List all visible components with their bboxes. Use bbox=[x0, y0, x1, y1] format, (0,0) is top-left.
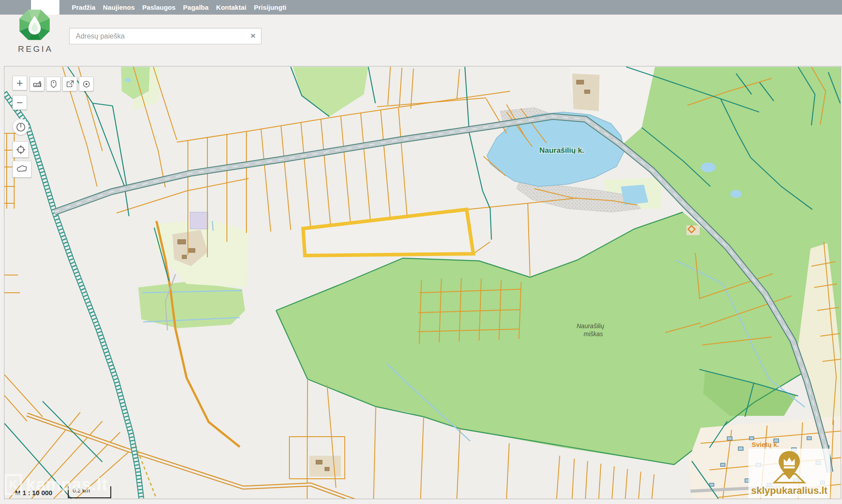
brand-name: REGIA bbox=[15, 44, 56, 54]
address-search: × bbox=[69, 28, 261, 44]
minus-icon: − bbox=[16, 97, 23, 108]
clock-icon bbox=[16, 122, 26, 132]
lake-village-label: Naurašilių k. bbox=[539, 146, 584, 155]
locate-point-button[interactable] bbox=[79, 77, 94, 91]
forest-label-line1: Naurašilių bbox=[577, 322, 604, 330]
zoom-in-button[interactable]: + bbox=[12, 76, 27, 90]
measure-button[interactable] bbox=[30, 77, 44, 91]
lithuania-extent-button[interactable] bbox=[12, 161, 31, 178]
lithuania-outline-icon bbox=[16, 164, 28, 174]
se-village-label: Svietų k. bbox=[752, 441, 779, 448]
target-dot-icon bbox=[82, 80, 91, 89]
main-nav-menu: Pradžia Naujienos Paslaugos Pagalba Kont… bbox=[72, 0, 286, 15]
clear-search-icon[interactable]: × bbox=[249, 31, 257, 40]
scale-bar-label: 0.2 km bbox=[73, 487, 90, 494]
nav-item-prisijungti[interactable]: Prisijungti bbox=[254, 4, 286, 11]
map-canvas[interactable]: Naurašilių k. Naurašilių miškas Svietų k… bbox=[4, 66, 841, 499]
history-clock-button[interactable] bbox=[12, 119, 29, 135]
nav-item-pagalba[interactable]: Pagalba bbox=[183, 4, 209, 11]
share-export-icon bbox=[66, 80, 74, 89]
zoom-out-button[interactable]: − bbox=[12, 95, 27, 110]
search-input[interactable] bbox=[69, 28, 261, 44]
plus-icon: + bbox=[16, 78, 23, 89]
forest-label-line2: miškas bbox=[584, 330, 603, 337]
nav-item-naujienos[interactable]: Naujienos bbox=[103, 4, 135, 11]
map-container: Naurašilių k. Naurašilių miškas Svietų k… bbox=[4, 66, 841, 499]
nav-item-kontaktai[interactable]: Kontaktai bbox=[216, 4, 246, 11]
crosshair-icon bbox=[16, 144, 26, 155]
regia-logo-gem-icon bbox=[18, 7, 51, 43]
regia-logo[interactable] bbox=[18, 7, 53, 43]
share-button[interactable] bbox=[62, 77, 77, 91]
map-scale-ratio: M 1 : 10 000 bbox=[15, 489, 52, 496]
map-pin-icon bbox=[49, 80, 58, 89]
ruler-icon bbox=[32, 79, 42, 89]
scale-bar: 0.2 km bbox=[68, 486, 111, 498]
marker-button[interactable] bbox=[46, 77, 61, 91]
nav-item-pradzia[interactable]: Pradžia bbox=[72, 4, 95, 11]
nav-item-paslaugos[interactable]: Paslaugos bbox=[142, 4, 175, 11]
crosshair-locate-button[interactable] bbox=[12, 141, 29, 158]
